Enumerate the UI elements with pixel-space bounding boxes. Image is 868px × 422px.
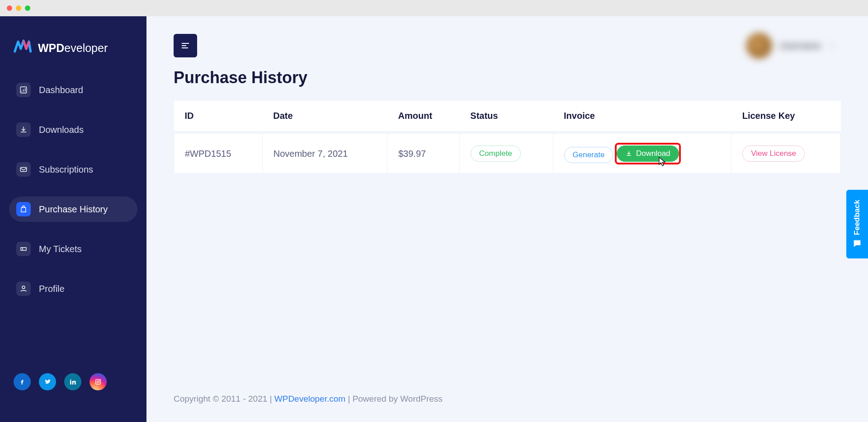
download-invoice-button[interactable]: Download — [617, 145, 679, 162]
cell-id: #WPD1515 — [174, 132, 263, 174]
twitter-link[interactable] — [39, 373, 56, 390]
cell-date: November 7, 2021 — [262, 132, 387, 174]
svg-point-4 — [97, 381, 99, 383]
sidebar-item-label: Profile — [39, 284, 65, 294]
user-menu[interactable]: Username — [740, 28, 841, 63]
ticket-icon — [16, 242, 31, 256]
footer: Copyright © 2011 - 2021 | WPDeveloper.co… — [146, 386, 868, 422]
col-invoice: Invoice — [553, 101, 731, 132]
col-amount: Amount — [387, 101, 460, 132]
sidebar-item-label: Dashboard — [39, 85, 83, 95]
table-row: #WPD1515 November 7, 2021 $39.97 Complet… — [174, 132, 841, 174]
sidebar-item-subscriptions[interactable]: Subscriptions — [9, 157, 137, 182]
chevron-down-icon — [828, 42, 835, 49]
svg-point-2 — [22, 286, 25, 289]
sidebar-item-label: Downloads — [39, 125, 84, 135]
view-license-button[interactable]: View License — [742, 145, 805, 162]
main-content: Username Purchase History ID Date Amount… — [146, 16, 868, 422]
brand[interactable]: WPDeveloper — [0, 25, 146, 75]
brand-text: WPDeveloper — [38, 42, 108, 55]
window-min-dot[interactable] — [16, 5, 21, 11]
download-icon — [16, 122, 31, 137]
menu-icon — [180, 40, 191, 51]
window-close-dot[interactable] — [7, 5, 12, 11]
browser-chrome — [0, 0, 868, 16]
sidebar-item-label: Purchase History — [39, 204, 108, 215]
page-title: Purchase History — [174, 68, 841, 87]
instagram-link[interactable] — [90, 373, 107, 390]
user-name: Username — [779, 41, 821, 51]
sidebar-item-label: My Tickets — [39, 244, 81, 254]
linkedin-link[interactable] — [64, 373, 81, 390]
footer-powered: | Powered by WordPress — [345, 394, 443, 403]
sidebar-item-dashboard[interactable]: Dashboard — [9, 77, 137, 103]
mail-icon — [16, 162, 31, 177]
toggle-sidebar-button[interactable] — [174, 34, 197, 57]
social-links — [0, 373, 146, 422]
col-license: License Key — [731, 101, 841, 132]
download-icon — [625, 150, 632, 157]
sidebar-item-purchase-history[interactable]: Purchase History — [9, 197, 137, 222]
avatar — [746, 33, 772, 59]
sidebar: WPDeveloper Dashboard Downloads Subs — [0, 16, 146, 422]
purchase-history-table: ID Date Amount Status Invoice License Ke… — [174, 101, 841, 174]
cell-amount: $39.97 — [387, 132, 460, 174]
footer-copyright: Copyright © 2011 - 2021 | — [174, 394, 274, 403]
feedback-tab[interactable]: Feedback — [846, 190, 868, 258]
sidebar-item-label: Subscriptions — [39, 164, 93, 175]
window-max-dot[interactable] — [25, 5, 30, 11]
table-header-row: ID Date Amount Status Invoice License Ke… — [174, 101, 841, 132]
status-badge: Complete — [471, 145, 521, 162]
chat-icon — [852, 239, 862, 249]
sidebar-item-my-tickets[interactable]: My Tickets — [9, 236, 137, 262]
sidebar-item-downloads[interactable]: Downloads — [9, 117, 137, 142]
cursor-icon — [657, 156, 666, 167]
col-status: Status — [459, 101, 553, 132]
feedback-label: Feedback — [853, 200, 862, 235]
sidebar-item-profile[interactable]: Profile — [9, 276, 137, 301]
brand-logo-icon — [14, 39, 32, 57]
col-id: ID — [174, 101, 263, 132]
download-highlight: Download — [616, 144, 680, 164]
svg-point-5 — [99, 380, 100, 381]
bag-icon — [16, 202, 31, 216]
footer-link[interactable]: WPDeveloper.com — [274, 394, 345, 403]
facebook-link[interactable] — [14, 373, 31, 390]
generate-invoice-button[interactable]: Generate — [564, 147, 613, 163]
svg-rect-1 — [20, 168, 27, 172]
dashboard-icon — [16, 83, 31, 97]
user-icon — [16, 281, 31, 296]
col-date: Date — [262, 101, 387, 132]
